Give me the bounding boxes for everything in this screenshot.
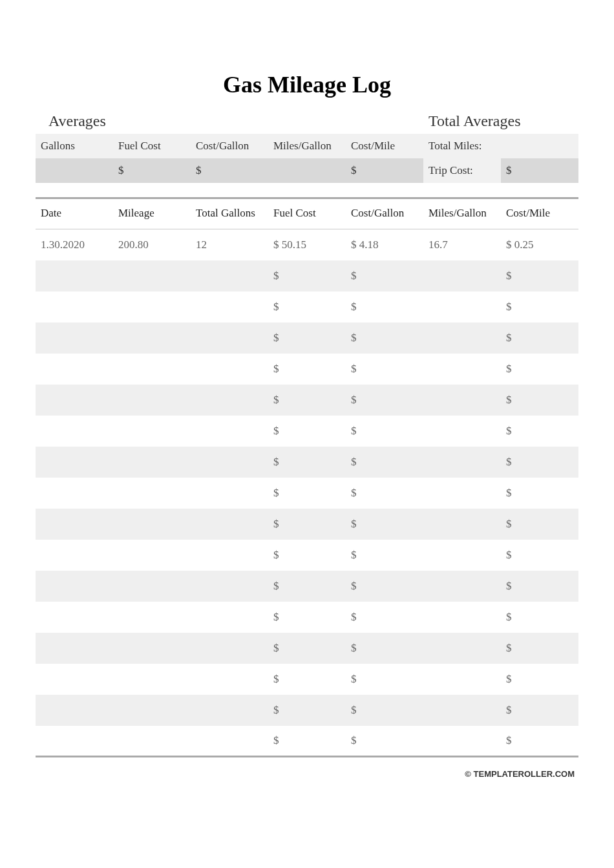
log-cell-mileage xyxy=(113,602,191,633)
log-cell-date xyxy=(36,540,113,571)
table-row: $$$ xyxy=(36,354,578,385)
log-cell-miles_gallon xyxy=(423,478,501,509)
log-cell-miles_gallon xyxy=(423,291,501,323)
log-cell-cost_mile: $ xyxy=(501,571,578,602)
log-cell-cost_gallon: $ xyxy=(346,291,423,323)
avg-header-gallons: Gallons xyxy=(36,134,113,158)
log-cell-miles_gallon xyxy=(423,447,501,478)
avg-header-miles-gallon: Miles/Gallon xyxy=(268,134,346,158)
log-cell-mileage xyxy=(113,571,191,602)
log-cell-total_gallons xyxy=(191,509,268,540)
log-cell-mileage xyxy=(113,385,191,416)
log-cell-total_gallons xyxy=(191,726,268,757)
log-cell-cost_mile: $ xyxy=(501,354,578,385)
log-cell-miles_gallon xyxy=(423,509,501,540)
log-cell-fuel_cost: $ xyxy=(268,695,346,726)
log-cell-total_gallons xyxy=(191,447,268,478)
log-cell-miles_gallon xyxy=(423,695,501,726)
log-cell-fuel_cost: $ xyxy=(268,478,346,509)
log-cell-mileage xyxy=(113,695,191,726)
log-cell-date xyxy=(36,385,113,416)
log-cell-mileage xyxy=(113,260,191,291)
avg-value-cost-gallon: $ xyxy=(191,158,268,183)
log-header-fuel-cost: Fuel Cost xyxy=(268,198,346,229)
log-cell-fuel_cost: $ xyxy=(268,664,346,695)
log-cell-date xyxy=(36,633,113,664)
log-cell-fuel_cost: $ xyxy=(268,291,346,323)
avg-value-cost-mile: $ xyxy=(346,158,423,183)
log-header-miles-gallon: Miles/Gallon xyxy=(423,198,501,229)
log-cell-cost_gallon: $ xyxy=(346,416,423,447)
log-cell-total_gallons xyxy=(191,602,268,633)
log-cell-cost_gallon: $ xyxy=(346,478,423,509)
table-row: $$$ xyxy=(36,695,578,726)
avg-value-miles-gallon xyxy=(268,158,346,183)
log-cell-total_gallons xyxy=(191,385,268,416)
log-cell-date xyxy=(36,323,113,354)
log-header-total-gallons: Total Gallons xyxy=(191,198,268,229)
page-title: Gas Mileage Log xyxy=(36,71,578,98)
table-row: $$$ xyxy=(36,571,578,602)
avg-header-fuel-cost: Fuel Cost xyxy=(113,134,191,158)
log-cell-total_gallons xyxy=(191,260,268,291)
log-cell-cost_mile: $ xyxy=(501,323,578,354)
log-cell-mileage xyxy=(113,416,191,447)
log-cell-date xyxy=(36,447,113,478)
log-cell-date xyxy=(36,571,113,602)
log-cell-cost_mile: $ xyxy=(501,385,578,416)
footer-copyright: © TEMPLATEROLLER.COM xyxy=(36,769,578,779)
table-row: $$$ xyxy=(36,540,578,571)
log-cell-fuel_cost: $ xyxy=(268,416,346,447)
log-cell-cost_gallon: $ xyxy=(346,260,423,291)
log-cell-total_gallons xyxy=(191,695,268,726)
log-cell-mileage: 200.80 xyxy=(113,229,191,260)
table-row: $$$ xyxy=(36,726,578,757)
log-cell-fuel_cost: $ xyxy=(268,633,346,664)
log-cell-cost_mile: $ xyxy=(501,509,578,540)
table-row: $$$ xyxy=(36,633,578,664)
log-cell-cost_mile: $ xyxy=(501,260,578,291)
log-header-mileage: Mileage xyxy=(113,198,191,229)
log-cell-date xyxy=(36,695,113,726)
log-cell-mileage xyxy=(113,447,191,478)
avg-header-cost-gallon: Cost/Gallon xyxy=(191,134,268,158)
log-cell-cost_mile: $ xyxy=(501,695,578,726)
averages-heading: Averages xyxy=(36,111,423,134)
log-cell-miles_gallon xyxy=(423,260,501,291)
log-cell-mileage xyxy=(113,509,191,540)
log-cell-cost_gallon: $ xyxy=(346,664,423,695)
log-cell-cost_gallon: $ xyxy=(346,726,423,757)
log-cell-miles_gallon xyxy=(423,633,501,664)
log-cell-mileage xyxy=(113,478,191,509)
log-cell-mileage xyxy=(113,354,191,385)
log-cell-fuel_cost: $ xyxy=(268,354,346,385)
log-cell-total_gallons xyxy=(191,540,268,571)
log-cell-miles_gallon xyxy=(423,540,501,571)
table-row: $$$ xyxy=(36,291,578,323)
log-cell-cost_mile: $ xyxy=(501,726,578,757)
log-cell-date xyxy=(36,602,113,633)
log-cell-date xyxy=(36,291,113,323)
table-row: $$$ xyxy=(36,260,578,291)
log-cell-miles_gallon xyxy=(423,416,501,447)
table-row: $$$ xyxy=(36,602,578,633)
log-cell-mileage xyxy=(113,540,191,571)
log-cell-miles_gallon xyxy=(423,354,501,385)
log-cell-fuel_cost: $ xyxy=(268,509,346,540)
table-row: 1.30.2020200.8012$ 50.15$ 4.1816.7$ 0.25 xyxy=(36,229,578,260)
log-cell-miles_gallon xyxy=(423,664,501,695)
log-cell-cost_mile: $ xyxy=(501,416,578,447)
avg-header-cost-mile: Cost/Mile xyxy=(346,134,423,158)
table-row: $$$ xyxy=(36,509,578,540)
table-row: $$$ xyxy=(36,416,578,447)
avg-trip-cost-label: Trip Cost: xyxy=(423,158,501,183)
avg-value-fuel-cost: $ xyxy=(113,158,191,183)
table-row: $$$ xyxy=(36,323,578,354)
log-cell-cost_mile: $ xyxy=(501,540,578,571)
log-cell-total_gallons: 12 xyxy=(191,229,268,260)
log-cell-cost_gallon: $ xyxy=(346,571,423,602)
log-cell-cost_mile: $ xyxy=(501,602,578,633)
log-cell-mileage xyxy=(113,291,191,323)
log-cell-cost_mile: $ xyxy=(501,291,578,323)
log-cell-cost_gallon: $ xyxy=(346,354,423,385)
